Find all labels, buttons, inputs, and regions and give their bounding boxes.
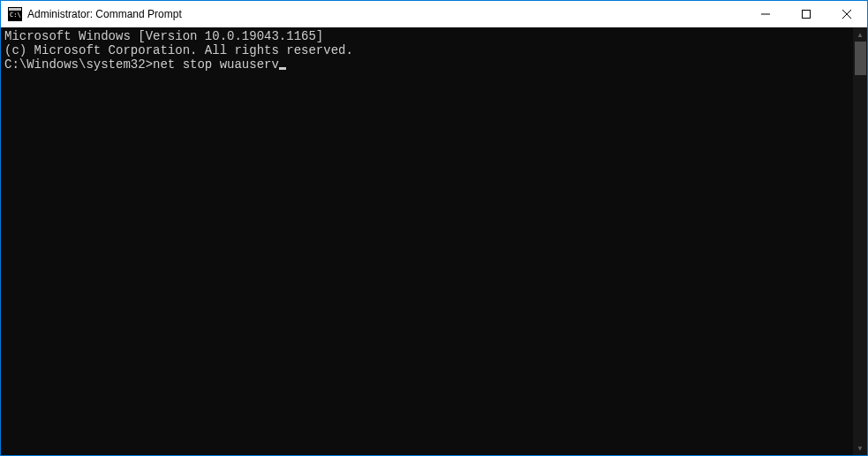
svg-text:C:\: C:\ <box>10 11 21 19</box>
cursor <box>279 67 286 70</box>
svg-rect-1 <box>9 8 21 11</box>
scrollbar-up-arrow-icon[interactable]: ▲ <box>853 27 867 42</box>
terminal-output-line: Microsoft Windows [Version 10.0.19043.11… <box>4 29 849 43</box>
titlebar[interactable]: C:\ Administrator: Command Prompt <box>1 1 867 27</box>
minimize-button[interactable] <box>745 1 786 27</box>
terminal-output-line: (c) Microsoft Corporation. All rights re… <box>4 43 849 57</box>
scrollbar-thumb[interactable] <box>855 42 866 75</box>
terminal-command-input[interactable]: net stop wuauserv <box>153 57 279 72</box>
cmd-icon: C:\ <box>8 7 22 21</box>
svg-rect-4 <box>803 11 811 19</box>
window-controls <box>745 1 867 27</box>
vertical-scrollbar[interactable]: ▲ ▼ <box>853 27 867 455</box>
scrollbar-down-arrow-icon[interactable]: ▼ <box>853 441 867 455</box>
command-prompt-window: C:\ Administrator: Command Prompt Micros… <box>0 0 868 456</box>
terminal[interactable]: Microsoft Windows [Version 10.0.19043.11… <box>1 27 853 455</box>
maximize-button[interactable] <box>786 1 826 27</box>
window-title: Administrator: Command Prompt <box>27 8 182 20</box>
terminal-area: Microsoft Windows [Version 10.0.19043.11… <box>1 27 867 455</box>
terminal-prompt: C:\Windows\system32> <box>4 57 153 72</box>
close-button[interactable] <box>826 1 867 27</box>
